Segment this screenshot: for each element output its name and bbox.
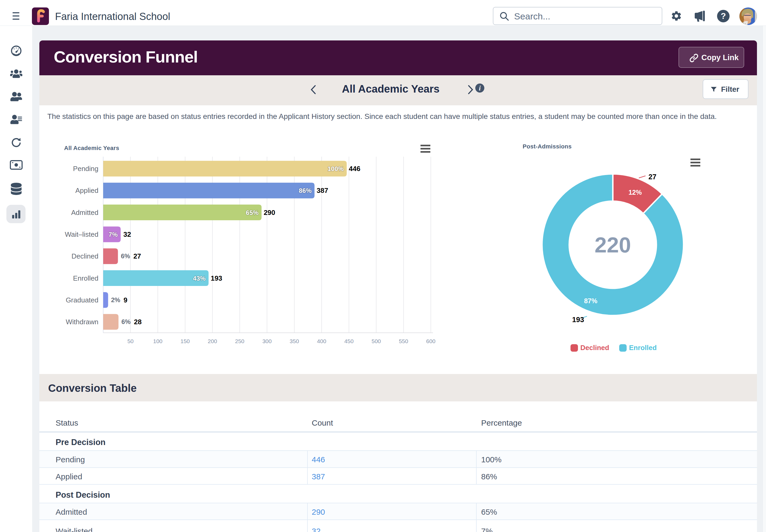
- svg-text:193: 193: [572, 316, 584, 324]
- svg-text:86%: 86%: [299, 187, 311, 194]
- svg-text:2%: 2%: [111, 296, 120, 304]
- svg-text:50: 50: [127, 338, 134, 344]
- svg-text:200: 200: [208, 338, 217, 344]
- svg-text:32: 32: [123, 230, 131, 238]
- svg-text:446: 446: [349, 165, 360, 173]
- svg-text:6%: 6%: [121, 252, 130, 260]
- svg-text:6%: 6%: [122, 318, 131, 325]
- svg-text:Enrolled: Enrolled: [629, 344, 657, 352]
- svg-text:9: 9: [124, 296, 127, 304]
- svg-text:87%: 87%: [584, 297, 597, 305]
- svg-text:550: 550: [399, 338, 408, 344]
- svg-text:400: 400: [317, 338, 326, 344]
- svg-text:Wait–listed: Wait–listed: [65, 230, 98, 238]
- svg-text:27: 27: [133, 252, 141, 260]
- svg-text:350: 350: [290, 338, 299, 344]
- svg-text:12%: 12%: [628, 189, 642, 196]
- svg-text:7%: 7%: [109, 231, 118, 238]
- svg-text:Enrolled: Enrolled: [73, 274, 98, 282]
- svg-text:100: 100: [153, 338, 163, 344]
- svg-text:43%: 43%: [193, 275, 206, 282]
- svg-text:Declined: Declined: [580, 344, 609, 352]
- svg-text:27: 27: [648, 173, 656, 181]
- svg-text:387: 387: [317, 186, 328, 194]
- svg-text:250: 250: [235, 338, 244, 344]
- svg-text:100%: 100%: [327, 165, 344, 172]
- svg-text:220: 220: [595, 233, 631, 257]
- svg-text:290: 290: [264, 209, 275, 217]
- svg-text:Admitted: Admitted: [71, 209, 98, 217]
- svg-text:500: 500: [372, 338, 381, 344]
- svg-text:65%: 65%: [246, 209, 259, 216]
- svg-text:28: 28: [134, 318, 142, 326]
- svg-text:600: 600: [426, 338, 435, 344]
- svg-text:All Academic Years: All Academic Years: [64, 145, 119, 151]
- svg-text:Applied: Applied: [75, 186, 98, 194]
- svg-text:Pending: Pending: [73, 165, 98, 173]
- svg-text:Withdrawn: Withdrawn: [66, 318, 98, 326]
- svg-text:300: 300: [262, 338, 272, 344]
- svg-text:150: 150: [180, 338, 190, 344]
- svg-text:193: 193: [211, 274, 222, 282]
- svg-text:Declined: Declined: [72, 252, 98, 260]
- svg-text:450: 450: [344, 338, 353, 344]
- svg-text:Post-Admissions: Post-Admissions: [523, 143, 572, 150]
- svg-text:Graduated: Graduated: [66, 296, 98, 304]
